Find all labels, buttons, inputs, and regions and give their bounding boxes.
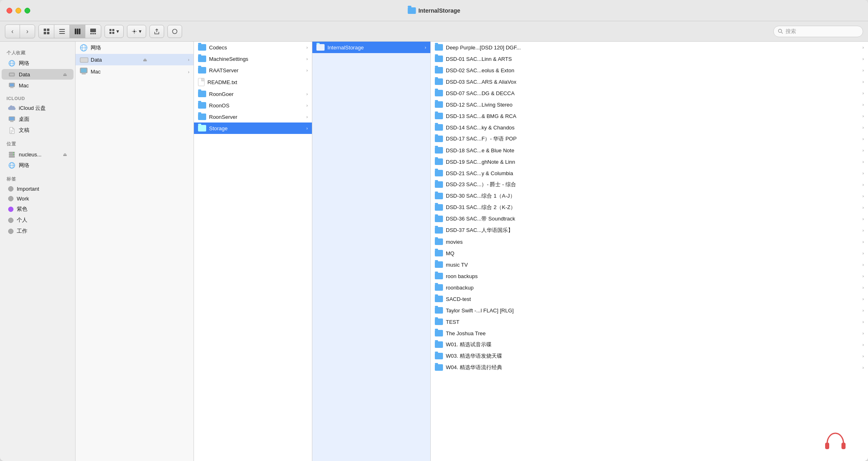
sidebar-item-tag-important[interactable]: Important [2,184,73,194]
sidebar-item-tag-purple[interactable]: 紫色 [2,204,73,214]
file-item-internalstorage[interactable]: InternalStorage › [312,42,430,53]
w03-label: W03. 精选华语发烧天碟 [446,352,502,360]
sidebar-item-data[interactable]: Data ⏏ [2,69,73,80]
dsd-14-label: DSD-14 SAC...ky & Chandos [446,125,514,131]
sidebar-item-tag-personal[interactable]: 个人 [2,215,73,225]
search-box[interactable]: 搜索 [773,26,863,37]
file-item-dsd-31[interactable]: DSD-31 SAC...综合 2（K-Z） › [431,202,868,213]
file-item-roonos[interactable]: RoonOS › [194,100,312,111]
minimize-button[interactable] [16,8,21,13]
file-item-codecs[interactable]: Codecs › [194,42,312,53]
sidebar-item-tag-work[interactable]: Work [2,194,73,203]
file-item-music-tv[interactable]: music TV › [431,259,868,270]
file-item-dsd-07[interactable]: DSD-07 SAC...DG & DECCA › [431,87,868,99]
dsd-03-label: DSD-03 SAC...ARS & AliaVox [446,79,516,85]
codecs-label: Codecs [209,45,227,51]
maximize-button[interactable] [24,8,30,13]
view-group [38,24,101,38]
file-item-dsd-02[interactable]: DSD-02 SAC...eolus & Exton › [431,65,868,76]
dsd-07-chevron: › [862,91,864,96]
svg-rect-50 [82,73,86,74]
sidebar-item-mac[interactable]: Mac [2,80,73,91]
file-item-dsd-17[interactable]: DSD-17 SAC...F）- 华语 POP › [431,133,868,145]
file-item-dsd-23[interactable]: DSD-23 SAC...）- 爵士 - 综合 › [431,179,868,190]
tag-button[interactable] [167,25,182,38]
file-item-dsd-03[interactable]: DSD-03 SAC...ARS & AliaVox › [431,76,868,87]
folder-icon-roongoer [198,91,206,97]
sidebar-item-network[interactable]: 网络 [2,58,73,69]
svg-rect-0 [44,29,46,31]
file-item-dsd-12[interactable]: DSD-12 SAC...Living Stereo › [431,99,868,110]
file-item-dsd-19[interactable]: DSD-19 SAC...ghNote & Linn › [431,156,868,167]
data-item-label: Data [91,57,102,63]
dsd-31-label: DSD-31 SAC...综合 2（K-Z） [446,204,516,211]
dsd-37-label: DSD-37 SAC...人华语国乐】 [446,227,513,234]
sacd-test-chevron: › [862,296,864,301]
file-item-dsd-36[interactable]: DSD-36 SAC...带 Soundtrack › [431,213,868,225]
folder-icon-roonbackup [435,284,443,291]
sidebar-item-icloud-drive[interactable]: iCloud 云盘 [2,103,73,114]
data-eject-button[interactable]: ⏏ [63,72,67,77]
file-item-roonserver[interactable]: RoonServer › [194,111,312,122]
file-item-w04[interactable]: W04. 精选华语流行经典 › [431,362,868,373]
dsd-23-label: DSD-23 SAC...）- 爵士 - 综合 [446,181,516,188]
file-item-dsd-01[interactable]: DSD-01 SAC...Linn & ARTS › [431,53,868,65]
sidebar-item-tag-work2[interactable]: 工作 [2,226,73,236]
file-item-dsd-14[interactable]: DSD-14 SAC...ky & Chandos › [431,122,868,133]
close-button[interactable] [7,8,12,13]
file-item-roongoer[interactable]: RoonGoer › [194,88,312,100]
file-item-roon-backups[interactable]: roon backups › [431,270,868,282]
file-item-w01[interactable]: W01. 精选试音示碟 › [431,339,868,350]
file-item-storage[interactable]: Storage › [194,122,312,134]
file-item-dsd-30[interactable]: DSD-30 SAC...综合 1（A-J） › [431,190,868,202]
folder-icon-deep-purple [435,44,443,51]
file-item-network[interactable]: 网络 [76,42,194,54]
file-item-raatserver[interactable]: RAATServer › [194,65,312,76]
storage-label: Storage [209,125,228,131]
file-item-dsd-37[interactable]: DSD-37 SAC...人华语国乐】 › [431,225,868,236]
file-item-mac[interactable]: Mac › [76,65,194,78]
list-view-button[interactable] [54,25,70,38]
back-button[interactable]: ‹ [5,25,20,38]
file-item-movies[interactable]: movies › [431,236,868,247]
sidebar-item-icloud-docs[interactable]: 文稿 [2,125,73,136]
sidebar-tags-header: 标签 [0,171,75,184]
tag-dot-work2 [8,229,13,234]
group-button[interactable]: ▾ [105,25,124,38]
folder-icon-dsd-13 [435,113,443,119]
forward-button[interactable]: › [20,25,35,38]
sacd-test-label: SACD-test [446,296,471,302]
file-item-w03[interactable]: W03. 精选华语发烧天碟 › [431,350,868,362]
sidebar-item-location-network[interactable]: 网络 [2,160,73,171]
file-item-readme[interactable]: README.txt [194,76,312,88]
sidebar-item-nucleus[interactable]: nucleus... ⏏ [2,149,73,160]
sidebar-item-icloud-desktop[interactable]: 桌面 [2,114,73,125]
nucleus-eject-button[interactable]: ⏏ [63,152,67,157]
mac-item-label: Mac [91,69,101,75]
file-item-deep-purple[interactable]: Deep Purple...[DSD 120] DGF... › [431,42,868,53]
file-item-dsd-18[interactable]: DSD-18 SAC...e & Blue Note › [431,145,868,156]
dsd-23-chevron: › [862,182,864,187]
gallery-view-button[interactable] [85,25,101,38]
sidebar-icloud-desktop-label: 桌面 [19,116,29,123]
file-item-the-joshua-tree[interactable]: The Joshua Tree › [431,327,868,339]
file-item-roonbackup[interactable]: roonbackup › [431,282,868,293]
file-item-data[interactable]: Data ⏏ › [76,54,194,65]
sidebar-icloud-docs-label: 文稿 [19,127,29,134]
share-button[interactable] [149,25,164,38]
data-col-eject[interactable]: ⏏ [143,57,147,62]
dsd-14-chevron: › [862,125,864,130]
file-item-sacd-test[interactable]: SACD-test › [431,293,868,305]
icon-view-button[interactable] [39,25,54,38]
file-item-dsd-13[interactable]: DSD-13 SAC...& BMG & RCA › [431,110,868,122]
action-button[interactable]: ▾ [127,25,146,38]
file-item-dsd-21[interactable]: DSD-21 SAC...y & Columbia › [431,167,868,179]
file-item-taylor-swift[interactable]: Taylor Swift -...l FLAC] [RLG] › [431,305,868,316]
computer-icon [8,82,16,89]
file-item-test[interactable]: TEST › [431,316,868,327]
music-tv-chevron: › [862,262,864,267]
file-item-mq[interactable]: MQ › [431,247,868,259]
column-view-button[interactable] [70,25,85,38]
server-icon [8,151,16,158]
file-item-machinesettings[interactable]: MachineSettings › [194,53,312,65]
